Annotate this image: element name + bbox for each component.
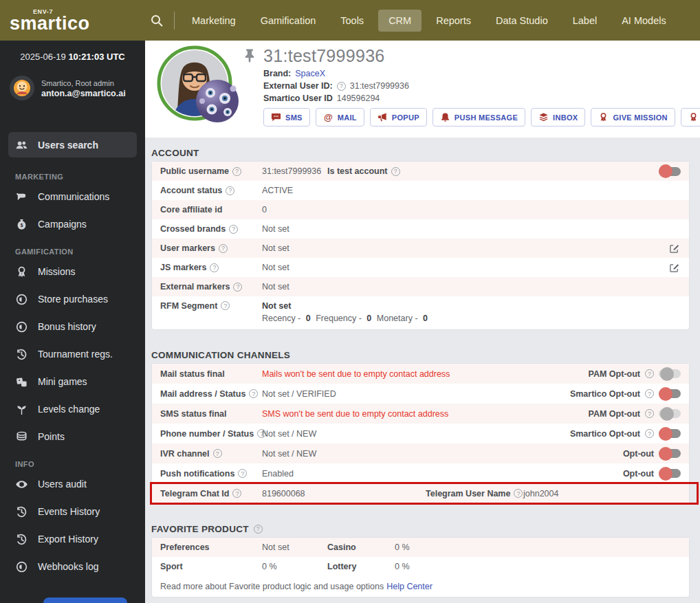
app-logo[interactable]: ENV-7 smartico [0, 8, 145, 32]
help-icon[interactable] [238, 469, 247, 478]
help-icon[interactable] [645, 389, 654, 398]
medal-icon [598, 112, 609, 122]
help-icon[interactable] [645, 409, 654, 418]
push-message-button[interactable]: PUSH MESSAGE [433, 108, 525, 127]
edit-user-markers-button[interactable] [669, 243, 689, 254]
help-icon[interactable] [232, 489, 241, 498]
table-row: Crossed brands Not set [152, 219, 689, 239]
edit-js-markers-button[interactable] [669, 263, 689, 273]
account-card: Public username 31:test7999936 Is test a… [151, 161, 690, 330]
sidebar-item-users-audit[interactable]: Users audit [8, 470, 137, 498]
help-icon[interactable] [232, 167, 241, 176]
nav-item-data-studio[interactable]: Data Studio [485, 10, 558, 32]
smartico-opt-out-toggle[interactable] [659, 429, 681, 438]
help-icon[interactable] [645, 369, 654, 378]
help-icon[interactable] [229, 225, 238, 234]
sidebar-section-gamification: GAMIFICATION [15, 248, 137, 256]
history-icon [15, 505, 28, 518]
nav-item-tools[interactable]: Tools [330, 10, 374, 32]
give-mission-button[interactable]: GIVE MISSION [591, 108, 675, 127]
table-row: SMS status final SMS won't be sent due t… [152, 404, 689, 424]
sms-button[interactable]: SMS [263, 108, 310, 127]
help-icon[interactable] [645, 429, 654, 438]
nav-item-crm[interactable]: CRM [378, 10, 422, 32]
nav-item-marketing[interactable]: Marketing [182, 10, 246, 32]
current-user[interactable]: Smartico, Root admin anton.a@smartico.ai [10, 76, 137, 100]
help-icon[interactable] [337, 82, 346, 91]
section-title-favorite-product: FAVORITE PRODUCT [151, 522, 690, 536]
brand-line: Brand: SpaceX [263, 69, 325, 78]
help-center-link[interactable]: Help Center [386, 582, 433, 591]
nav-item-ai-models[interactable]: AI Models [611, 10, 676, 32]
svg-text:@: @ [324, 112, 333, 122]
money-bag-icon: $ [15, 218, 28, 231]
help-icon[interactable] [210, 263, 219, 272]
pam-opt-out-toggle[interactable] [659, 369, 681, 378]
chat-icon [271, 112, 281, 122]
external-id-line: External User ID: 31:test7999936 [263, 81, 409, 91]
avatar [10, 76, 34, 100]
sidebar-item-campaigns[interactable]: $ Campaigns [8, 210, 137, 238]
sidebar-item-export-history[interactable]: Export History [8, 525, 137, 553]
people-icon [15, 138, 28, 151]
smartico-opt-out-toggle[interactable] [659, 389, 681, 398]
help-icon[interactable] [249, 389, 258, 398]
sidebar-item-tournament-regs[interactable]: Tournament regs. [8, 340, 137, 368]
history-icon [15, 533, 28, 546]
user-email: anton.a@smartico.ai [41, 89, 126, 98]
help-icon[interactable] [221, 301, 230, 310]
favorite-product-footer: Read more about Favorite product logic a… [152, 576, 689, 597]
sidebar-item-points[interactable]: Points [8, 423, 137, 450]
logo-text: smartico [10, 15, 145, 32]
sidebar-item-mini-games[interactable]: Mini games [8, 368, 137, 395]
opt-out-toggle[interactable] [659, 469, 681, 478]
opt-out-toggle[interactable] [659, 449, 681, 458]
help-icon[interactable] [233, 283, 242, 292]
server-datetime: 2025-06-19 10:21:03 UTC [8, 52, 137, 62]
search-button[interactable] [145, 9, 168, 32]
nav-item-gamification[interactable]: Gamification [250, 10, 327, 32]
pushpin-icon[interactable] [242, 47, 257, 64]
mail-button[interactable]: @MAIL [316, 108, 364, 127]
help-icon[interactable] [254, 525, 263, 534]
main-content: 31:test7999936 Brand: SpaceX External Us… [145, 41, 700, 603]
sidebar-item-levels-change[interactable]: Levels change [8, 395, 137, 423]
popup-button[interactable]: POPUP [370, 108, 427, 127]
give-bonus-button[interactable]: GIVE BONUS [681, 108, 700, 127]
sidebar-item-store-purchases[interactable]: Store purchases [8, 285, 137, 313]
sidebar-section-info: INFO [15, 460, 137, 468]
section-title-communication: COMMUNICATION CHANNELS [151, 348, 690, 362]
nav-item-label[interactable]: Label [562, 10, 607, 32]
is-test-account-toggle[interactable] [659, 167, 681, 176]
sidebar-item-webhooks-log[interactable]: Webhooks log [8, 553, 137, 580]
sidebar-item-missions[interactable]: Missions [8, 258, 137, 285]
nav-item-reports[interactable]: Reports [426, 10, 481, 32]
page-title: 31:test7999936 [263, 46, 385, 66]
table-row: Sport 0 % Lottery 0 % [152, 557, 689, 576]
table-row: Mail address / Status Not set / VERIFIED… [152, 384, 689, 404]
table-row: IVR channel Not set / NEW Opt-out [152, 443, 689, 463]
pam-opt-out-toggle[interactable] [659, 409, 681, 418]
table-row-telegram: Telegram Chat Id 819600068 Telegram User… [152, 483, 689, 503]
sidebar-item-communications[interactable]: Communications [8, 183, 137, 210]
help-icon[interactable] [213, 449, 222, 458]
sidebar-item-bonus-history[interactable]: Bonus history [8, 313, 137, 340]
sidebar-item-events-history[interactable]: Events History [8, 498, 137, 525]
help-icon[interactable] [219, 244, 228, 253]
bell-icon [440, 112, 450, 122]
sidebar-item-users-search[interactable]: Users search [8, 132, 137, 157]
top-navigation-bar: ENV-7 smartico Marketing Gamification To… [0, 0, 700, 41]
help-icon[interactable] [226, 186, 234, 195]
communication-card: Mail status final Mails won't be sent du… [151, 363, 690, 504]
brand-link[interactable]: SpaceX [295, 69, 325, 78]
action-buttons: SMS @MAIL POPUP PUSH MESSAGE INBOX GIVE … [263, 108, 700, 128]
date-label: 2025-06-19 [20, 52, 66, 62]
help-icon[interactable] [391, 167, 400, 176]
table-row: External markers Not set [152, 277, 689, 296]
sidebar-bottom-button[interactable] [43, 597, 127, 603]
help-icon[interactable] [514, 489, 523, 498]
circle-dot-icon [15, 560, 28, 573]
medal-icon [15, 265, 28, 278]
inbox-button[interactable]: INBOX [531, 108, 585, 127]
user-emoji-icon [13, 79, 31, 97]
